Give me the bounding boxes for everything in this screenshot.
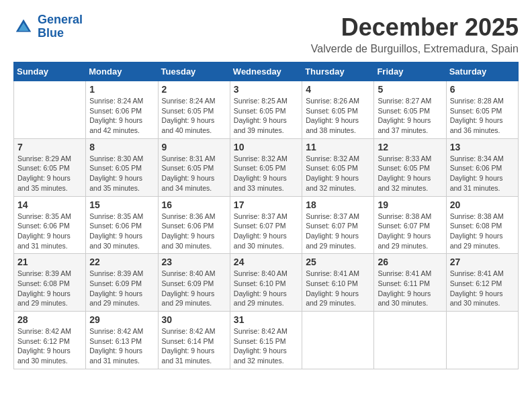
calendar-table: SundayMondayTuesdayWednesdayThursdayFrid… [13, 62, 519, 369]
title-section: December 2025 Valverde de Burguillos, Ex… [311, 13, 519, 55]
page-header: General Blue December 2025 Valverde de B… [13, 13, 519, 55]
week-row-5: 28Sunrise: 8:42 AM Sunset: 6:12 PM Dayli… [14, 312, 519, 369]
day-number: 12 [378, 142, 442, 152]
calendar-cell: 15Sunrise: 8:35 AM Sunset: 6:06 PM Dayli… [86, 196, 158, 254]
calendar-cell [302, 312, 374, 369]
day-number: 21 [17, 257, 82, 267]
week-row-3: 14Sunrise: 8:35 AM Sunset: 6:06 PM Dayli… [14, 196, 519, 254]
day-number: 24 [234, 257, 298, 267]
day-info: Sunrise: 8:26 AM Sunset: 6:05 PM Dayligh… [306, 96, 370, 136]
day-info: Sunrise: 8:36 AM Sunset: 6:06 PM Dayligh… [162, 212, 226, 251]
calendar-cell: 5Sunrise: 8:27 AM Sunset: 6:05 PM Daylig… [374, 81, 446, 139]
calendar-cell: 7Sunrise: 8:29 AM Sunset: 6:05 PM Daylig… [14, 138, 86, 196]
day-number: 10 [234, 142, 298, 152]
calendar-cell: 8Sunrise: 8:30 AM Sunset: 6:05 PM Daylig… [86, 138, 158, 196]
calendar-cell: 10Sunrise: 8:32 AM Sunset: 6:05 PM Dayli… [230, 138, 302, 196]
day-info: Sunrise: 8:30 AM Sunset: 6:05 PM Dayligh… [89, 154, 154, 193]
logo-line1: General [38, 13, 83, 26]
calendar-cell: 12Sunrise: 8:33 AM Sunset: 6:05 PM Dayli… [374, 138, 446, 196]
day-number: 8 [89, 142, 154, 152]
weekday-header-friday: Friday [374, 62, 446, 81]
day-info: Sunrise: 8:40 AM Sunset: 6:10 PM Dayligh… [234, 269, 298, 308]
calendar-cell: 28Sunrise: 8:42 AM Sunset: 6:12 PM Dayli… [14, 312, 86, 369]
calendar-cell: 17Sunrise: 8:37 AM Sunset: 6:07 PM Dayli… [230, 196, 302, 254]
week-row-2: 7Sunrise: 8:29 AM Sunset: 6:05 PM Daylig… [14, 138, 519, 196]
calendar-cell: 13Sunrise: 8:34 AM Sunset: 6:06 PM Dayli… [446, 138, 518, 196]
calendar-cell [374, 312, 446, 369]
day-number: 2 [162, 84, 226, 95]
day-info: Sunrise: 8:24 AM Sunset: 6:05 PM Dayligh… [162, 96, 226, 136]
day-info: Sunrise: 8:42 AM Sunset: 6:13 PM Dayligh… [89, 326, 154, 366]
calendar-cell: 23Sunrise: 8:40 AM Sunset: 6:09 PM Dayli… [158, 254, 230, 312]
calendar-cell: 29Sunrise: 8:42 AM Sunset: 6:13 PM Dayli… [86, 312, 158, 369]
day-info: Sunrise: 8:42 AM Sunset: 6:15 PM Dayligh… [234, 326, 298, 366]
calendar-cell: 14Sunrise: 8:35 AM Sunset: 6:06 PM Dayli… [14, 196, 86, 254]
day-number: 1 [89, 84, 154, 95]
weekday-header-wednesday: Wednesday [230, 62, 302, 81]
logo-line2: Blue [38, 26, 64, 40]
day-number: 9 [162, 142, 226, 152]
day-info: Sunrise: 8:33 AM Sunset: 6:05 PM Dayligh… [378, 154, 442, 193]
day-info: Sunrise: 8:31 AM Sunset: 6:05 PM Dayligh… [162, 154, 226, 193]
day-number: 16 [162, 199, 226, 210]
day-info: Sunrise: 8:37 AM Sunset: 6:07 PM Dayligh… [234, 212, 298, 251]
day-info: Sunrise: 8:37 AM Sunset: 6:07 PM Dayligh… [306, 212, 370, 251]
calendar-cell: 18Sunrise: 8:37 AM Sunset: 6:07 PM Dayli… [302, 196, 374, 254]
day-number: 15 [89, 199, 154, 210]
day-number: 19 [378, 199, 442, 210]
day-number: 13 [450, 142, 515, 152]
calendar-cell: 1Sunrise: 8:24 AM Sunset: 6:06 PM Daylig… [86, 81, 158, 139]
day-number: 5 [378, 84, 442, 95]
day-number: 30 [162, 314, 226, 325]
day-info: Sunrise: 8:25 AM Sunset: 6:05 PM Dayligh… [234, 96, 298, 136]
weekday-header-saturday: Saturday [446, 62, 518, 81]
day-number: 23 [162, 257, 226, 267]
day-info: Sunrise: 8:41 AM Sunset: 6:10 PM Dayligh… [306, 269, 370, 308]
day-number: 29 [89, 314, 154, 325]
weekday-header-tuesday: Tuesday [158, 62, 230, 81]
calendar-cell: 11Sunrise: 8:32 AM Sunset: 6:05 PM Dayli… [302, 138, 374, 196]
calendar-cell: 26Sunrise: 8:41 AM Sunset: 6:11 PM Dayli… [374, 254, 446, 312]
calendar-cell: 20Sunrise: 8:38 AM Sunset: 6:08 PM Dayli… [446, 196, 518, 254]
day-info: Sunrise: 8:41 AM Sunset: 6:11 PM Dayligh… [378, 269, 442, 308]
day-info: Sunrise: 8:40 AM Sunset: 6:09 PM Dayligh… [162, 269, 226, 308]
day-number: 3 [234, 84, 298, 95]
day-info: Sunrise: 8:32 AM Sunset: 6:05 PM Dayligh… [306, 154, 370, 193]
weekday-header-thursday: Thursday [302, 62, 374, 81]
day-info: Sunrise: 8:35 AM Sunset: 6:06 PM Dayligh… [17, 212, 82, 251]
week-row-4: 21Sunrise: 8:39 AM Sunset: 6:08 PM Dayli… [14, 254, 519, 312]
day-number: 22 [89, 257, 154, 267]
day-number: 18 [306, 199, 370, 210]
calendar-cell: 27Sunrise: 8:41 AM Sunset: 6:12 PM Dayli… [446, 254, 518, 312]
day-info: Sunrise: 8:41 AM Sunset: 6:12 PM Dayligh… [450, 269, 515, 308]
calendar-cell: 22Sunrise: 8:39 AM Sunset: 6:09 PM Dayli… [86, 254, 158, 312]
weekday-header-row: SundayMondayTuesdayWednesdayThursdayFrid… [14, 62, 519, 81]
day-info: Sunrise: 8:42 AM Sunset: 6:14 PM Dayligh… [162, 326, 226, 366]
logo-icon [13, 17, 34, 37]
calendar-cell: 9Sunrise: 8:31 AM Sunset: 6:05 PM Daylig… [158, 138, 230, 196]
day-number: 14 [17, 199, 82, 210]
calendar-cell [14, 81, 86, 139]
calendar-cell: 2Sunrise: 8:24 AM Sunset: 6:05 PM Daylig… [158, 81, 230, 139]
day-info: Sunrise: 8:29 AM Sunset: 6:05 PM Dayligh… [17, 154, 82, 193]
day-number: 26 [378, 257, 442, 267]
calendar-cell: 6Sunrise: 8:28 AM Sunset: 6:05 PM Daylig… [446, 81, 518, 139]
day-info: Sunrise: 8:28 AM Sunset: 6:05 PM Dayligh… [450, 96, 515, 136]
day-info: Sunrise: 8:42 AM Sunset: 6:12 PM Dayligh… [17, 326, 82, 366]
logo-text: General Blue [38, 13, 83, 40]
calendar-cell: 30Sunrise: 8:42 AM Sunset: 6:14 PM Dayli… [158, 312, 230, 369]
week-row-1: 1Sunrise: 8:24 AM Sunset: 6:06 PM Daylig… [14, 81, 519, 139]
day-number: 25 [306, 257, 370, 267]
day-number: 27 [450, 257, 515, 267]
calendar-cell: 31Sunrise: 8:42 AM Sunset: 6:15 PM Dayli… [230, 312, 302, 369]
day-number: 4 [306, 84, 370, 95]
calendar-cell [446, 312, 518, 369]
calendar-cell: 25Sunrise: 8:41 AM Sunset: 6:10 PM Dayli… [302, 254, 374, 312]
day-info: Sunrise: 8:27 AM Sunset: 6:05 PM Dayligh… [378, 96, 442, 136]
day-number: 17 [234, 199, 298, 210]
weekday-header-monday: Monday [86, 62, 158, 81]
day-info: Sunrise: 8:39 AM Sunset: 6:08 PM Dayligh… [17, 269, 82, 308]
calendar-cell: 16Sunrise: 8:36 AM Sunset: 6:06 PM Dayli… [158, 196, 230, 254]
weekday-header-sunday: Sunday [14, 62, 86, 81]
day-number: 7 [17, 142, 82, 152]
